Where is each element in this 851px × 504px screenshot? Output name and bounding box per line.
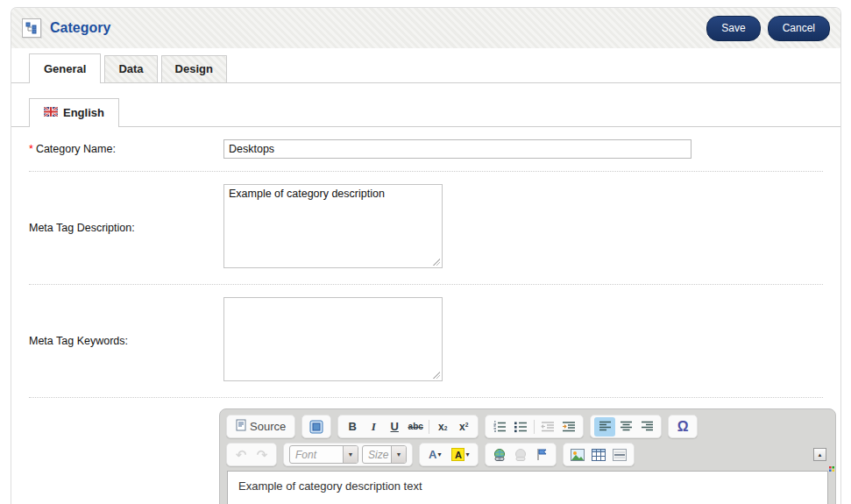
bullet-list-icon[interactable] [510,417,531,437]
font-dropdown-value: Font [290,449,343,461]
color-dots-icon [829,461,833,465]
underline-icon[interactable]: U [384,417,405,437]
meta-description-textarea[interactable]: Example of category description [223,184,443,268]
toolbar-group-align [590,415,662,438]
strikethrough-icon[interactable]: abc [405,417,426,437]
size-dropdown[interactable]: Size ▼ [362,445,407,464]
description-rich-editor: Source B I U abc [219,408,836,504]
subscript-icon[interactable]: x2 [432,417,453,437]
category-name-row: *Category Name: [29,127,823,172]
tab-language-label: English [63,106,104,119]
toolbar-group-undo: ↶ ↷ [226,443,277,466]
tab-design[interactable]: Design [161,55,227,82]
toolbar-separator [534,420,535,434]
source-button[interactable]: Source [230,417,291,437]
page-title: Category [50,20,110,36]
toolbar-group-source: Source [226,415,295,438]
maximize-icon[interactable] [306,417,327,437]
source-label: Source [250,420,286,433]
superscript-icon[interactable]: x2 [453,417,474,437]
tab-language-english[interactable]: English [29,98,119,127]
toolbar-group-font: Font ▼ Size ▼ [283,443,413,466]
insert-table-icon[interactable] [588,445,609,465]
uk-flag-icon [44,106,58,119]
main-tabs: General Data Design [11,55,840,83]
editor-content-area[interactable]: Example of category description text [227,471,828,504]
align-center-icon[interactable] [615,417,636,437]
toolbar-group-lists [485,415,584,438]
undo-icon[interactable]: ↶ [230,445,252,465]
link-icon[interactable] [489,445,510,465]
meta-keywords-textarea[interactable] [223,297,443,381]
text-color-icon: A [429,448,436,461]
align-right-icon[interactable] [636,417,657,437]
meta-description-row: Meta Tag Description: Example of categor… [29,172,823,285]
text-color-button[interactable]: A ▾ [423,445,446,465]
font-dropdown-arrow-icon[interactable]: ▼ [343,445,358,464]
toolbar-group-colors: A ▾ A ▾ [419,443,479,466]
tab-data[interactable]: Data [104,55,157,82]
background-color-icon: A [451,448,465,461]
align-left-icon[interactable] [594,417,615,437]
language-tabs: English [11,98,840,127]
toolbar-group-basicstyles: B I U abc x2 x2 [337,415,479,438]
text-color-caret-icon: ▾ [437,451,441,458]
toolbar-group-insert [563,443,635,466]
category-icon [22,18,41,38]
meta-keywords-row: Meta Tag Keywords: [29,285,823,398]
general-form: *Category Name: Meta Tag Description: Ex… [11,127,840,504]
background-color-button[interactable]: A ▾ [446,445,474,465]
font-dropdown[interactable]: Font ▼ [289,445,358,464]
italic-icon[interactable]: I [363,417,384,437]
tab-general[interactable]: General [29,53,101,83]
source-icon [236,419,246,434]
bold-icon[interactable]: B [342,417,363,437]
category-name-input[interactable] [223,139,691,159]
numbered-list-icon[interactable] [489,417,510,437]
editor-toolbar-row1: Source B I U abc [226,415,829,438]
toolbar-group-links [485,443,557,466]
insert-image-icon[interactable] [567,445,588,465]
cancel-button[interactable]: Cancel [768,16,830,41]
redo-icon[interactable]: ↷ [252,445,273,465]
special-character-icon[interactable]: Ω [672,417,693,437]
background-color-caret-icon: ▾ [465,451,469,458]
outdent-icon[interactable] [537,417,558,437]
toolbar-group-special: Ω [668,415,698,438]
panel-header: Category Save Cancel [11,8,840,48]
size-dropdown-value: Size [363,449,391,461]
meta-keywords-label: Meta Tag Keywords: [29,335,223,347]
horizontal-rule-icon[interactable] [609,445,630,465]
toolbar-collapse-icon[interactable]: ▲ [813,448,826,461]
size-dropdown-arrow-icon[interactable]: ▼ [391,445,406,464]
toolbar-separator [429,420,429,434]
save-button[interactable]: Save [706,16,760,41]
required-marker: * [29,143,33,155]
toolbar-group-maximize [301,415,331,438]
editor-toolbar-row2: ↶ ↷ Font ▼ Size ▼ A [226,443,829,466]
meta-description-label: Meta Tag Description: [29,222,223,234]
indent-icon[interactable] [558,417,579,437]
anchor-flag-icon[interactable] [531,445,552,465]
category-name-label-wrap: *Category Name: [29,143,223,155]
category-panel: Category Save Cancel General Data Design… [11,7,841,504]
category-name-label: Category Name: [36,143,116,155]
unlink-icon[interactable] [510,445,531,465]
